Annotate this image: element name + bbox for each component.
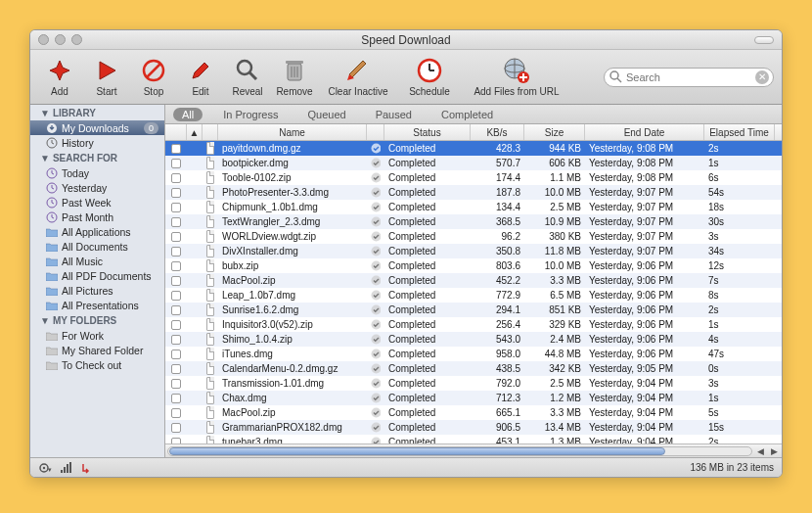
table-row[interactable]: Inquisitor3.0(v52).zipCompleted256.4329 … bbox=[165, 317, 782, 332]
table-row[interactable]: bootpicker.dmgCompleted570.7606 KBYester… bbox=[165, 156, 782, 170]
bars-icon[interactable] bbox=[60, 462, 73, 474]
row-checkbox[interactable] bbox=[171, 408, 181, 418]
sidebar-item[interactable]: All Presentations bbox=[30, 298, 164, 312]
row-checkbox[interactable] bbox=[171, 335, 181, 345]
sidebar-item[interactable]: Today bbox=[30, 165, 164, 180]
scrollbar-track[interactable] bbox=[167, 446, 752, 456]
tab-all[interactable]: All bbox=[173, 108, 203, 121]
arrow-icon[interactable] bbox=[81, 462, 95, 474]
toolbar-toggle-button[interactable] bbox=[754, 36, 774, 44]
row-checkbox[interactable] bbox=[171, 159, 181, 168]
row-checkbox[interactable] bbox=[171, 203, 181, 212]
row-checkbox[interactable] bbox=[171, 423, 181, 433]
table-row[interactable]: payitdown.dmg.gzCompleted428.3944 KBYest… bbox=[165, 141, 782, 156]
row-checkbox[interactable] bbox=[171, 188, 181, 198]
clear-search-icon[interactable]: ✕ bbox=[755, 70, 769, 84]
gear-icon[interactable]: ▾ bbox=[38, 461, 52, 475]
table-row[interactable]: Sunrise1.6.2.dmgCompleted294.1851 KBYest… bbox=[165, 303, 782, 317]
col-elapsed[interactable]: Elapsed Time bbox=[704, 124, 775, 140]
sidebar-item[interactable]: All PDF Documents bbox=[30, 268, 164, 283]
table-row[interactable]: Shimo_1.0.4.zipCompleted543.02.4 MBYeste… bbox=[165, 332, 782, 347]
downloads-table[interactable]: payitdown.dmg.gzCompleted428.3944 KBYest… bbox=[165, 141, 782, 443]
start-button[interactable]: Start bbox=[85, 57, 128, 97]
col-end-date[interactable]: End Date bbox=[585, 124, 704, 140]
tab-in-progress[interactable]: In Progress bbox=[214, 108, 287, 121]
sidebar-item[interactable]: All Applications bbox=[30, 224, 164, 239]
table-row[interactable]: PhotoPresenter-3.3.dmgCompleted187.810.0… bbox=[165, 185, 782, 200]
edit-button[interactable]: Edit bbox=[179, 57, 222, 97]
sidebar-item[interactable]: All Pictures bbox=[30, 283, 164, 298]
sidebar-item[interactable]: Past Month bbox=[30, 210, 164, 224]
sidebar-item[interactable]: Yesterday bbox=[30, 180, 164, 195]
table-row[interactable]: tunebar3.dmgCompleted453.11.3 MBYesterda… bbox=[165, 435, 782, 443]
table-row[interactable]: CalendarMenu-0.2.dmg.gzCompleted438.5342… bbox=[165, 361, 782, 376]
sidebar-header-library[interactable]: ▼LIBRARY bbox=[30, 105, 164, 120]
search-input[interactable] bbox=[604, 68, 774, 87]
table-row[interactable]: MacPool.zipCompleted665.13.3 MBYesterday… bbox=[165, 405, 782, 420]
tab-completed[interactable]: Completed bbox=[432, 108, 502, 121]
table-row[interactable]: DivXInstaller.dmgCompleted350.811.8 MBYe… bbox=[165, 244, 782, 258]
sidebar-item-my-downloads[interactable]: My Downloads 0 bbox=[30, 120, 164, 135]
row-checkbox[interactable] bbox=[171, 173, 181, 183]
table-row[interactable]: WORLDview.wdgt.zipCompleted96.2380 KBYes… bbox=[165, 229, 782, 244]
table-row[interactable]: bubx.zipCompleted803.610.0 MBYesterday, … bbox=[165, 258, 782, 273]
sidebar-item-history[interactable]: History bbox=[30, 135, 164, 150]
col-check[interactable] bbox=[165, 124, 187, 140]
search-field[interactable]: ✕ bbox=[604, 68, 774, 87]
sidebar-item[interactable]: All Documents bbox=[30, 239, 164, 254]
table-row[interactable]: TextWrangler_2.3.dmgCompleted368.510.9 M… bbox=[165, 214, 782, 229]
sidebar-item[interactable]: For Work bbox=[30, 328, 164, 343]
col-kbs[interactable]: KB/s bbox=[471, 124, 524, 140]
tab-paused[interactable]: Paused bbox=[367, 108, 421, 121]
add-url-button[interactable]: Add Files from URL bbox=[463, 57, 570, 97]
table-row[interactable]: MacPool.zipCompleted452.23.3 MBYesterday… bbox=[165, 273, 782, 288]
table-row[interactable]: Chax.dmgCompleted712.31.2 MBYesterday, 9… bbox=[165, 391, 782, 405]
row-checkbox[interactable] bbox=[171, 217, 181, 227]
remove-button[interactable]: Remove bbox=[273, 57, 316, 97]
table-row[interactable]: Leap_1.0b7.dmgCompleted772.96.5 MBYester… bbox=[165, 288, 782, 303]
zoom-button[interactable] bbox=[71, 34, 82, 45]
add-button[interactable]: Add bbox=[38, 57, 81, 97]
sidebar-item[interactable]: All Music bbox=[30, 254, 164, 268]
row-checkbox[interactable] bbox=[171, 305, 181, 315]
row-checkbox[interactable] bbox=[171, 291, 181, 301]
scrollbar-thumb[interactable] bbox=[169, 447, 665, 455]
tab-queued[interactable]: Queued bbox=[298, 108, 354, 121]
row-checkbox[interactable] bbox=[171, 320, 181, 330]
col-size[interactable]: Size bbox=[524, 124, 585, 140]
row-checkbox[interactable] bbox=[171, 394, 181, 403]
horizontal-scrollbar[interactable]: ◀ ▶ bbox=[165, 443, 782, 457]
clock-icon bbox=[416, 57, 443, 84]
table-row[interactable]: Transmission-1.01.dmgCompleted792.02.5 M… bbox=[165, 376, 782, 391]
table-row[interactable]: iTunes.dmgCompleted958.044.8 MBYesterday… bbox=[165, 347, 782, 361]
table-row[interactable]: Tooble-0102.zipCompleted174.41.1 MBYeste… bbox=[165, 170, 782, 185]
row-checkbox[interactable] bbox=[171, 261, 181, 271]
reveal-button[interactable]: Reveal bbox=[226, 57, 269, 97]
close-button[interactable] bbox=[38, 34, 49, 45]
scroll-left-icon[interactable]: ◀ bbox=[754, 445, 766, 457]
sidebar-header-my-folders[interactable]: ▼MY FOLDERS bbox=[30, 312, 164, 328]
row-checkbox[interactable] bbox=[171, 232, 181, 242]
sidebar-item[interactable]: My Shared Folder bbox=[30, 343, 164, 357]
minimize-button[interactable] bbox=[55, 34, 66, 45]
scroll-right-icon[interactable]: ▶ bbox=[768, 445, 780, 457]
sidebar-header-search-for[interactable]: ▼SEARCH FOR bbox=[30, 150, 164, 165]
table-row[interactable]: GrammarianPROX182.dmgCompleted906.513.4 … bbox=[165, 420, 782, 435]
sidebar-item[interactable]: To Check out bbox=[30, 357, 164, 372]
row-checkbox[interactable] bbox=[171, 364, 181, 374]
col-name[interactable]: Name bbox=[218, 124, 367, 140]
row-checkbox[interactable] bbox=[171, 276, 181, 286]
sidebar-item[interactable]: Past Week bbox=[30, 195, 164, 210]
col-status-icon[interactable] bbox=[367, 124, 384, 140]
row-checkbox[interactable] bbox=[171, 350, 181, 359]
stop-button[interactable]: Stop bbox=[132, 57, 175, 97]
schedule-button[interactable]: Schedule bbox=[400, 57, 459, 97]
col-sort[interactable]: ▲ bbox=[187, 124, 203, 140]
table-row[interactable]: Chipmunk_1.0b1.dmgCompleted134.42.5 MBYe… bbox=[165, 200, 782, 214]
row-checkbox[interactable] bbox=[171, 247, 181, 256]
row-checkbox[interactable] bbox=[171, 379, 181, 389]
row-checkbox[interactable] bbox=[171, 144, 181, 154]
col-icon[interactable] bbox=[203, 124, 218, 140]
clear-inactive-button[interactable]: Clear Inactive bbox=[320, 57, 396, 97]
col-status[interactable]: Status bbox=[384, 124, 471, 140]
